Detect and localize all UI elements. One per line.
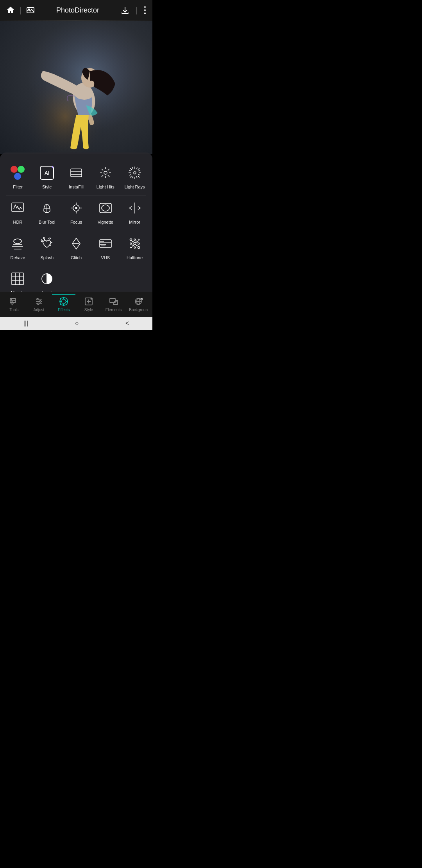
lighthits-label: Light Hits: [97, 185, 114, 190]
effects-row-1: Filter AI ✦ Style InstaFill: [0, 160, 152, 195]
svg-line-26: [130, 168, 132, 170]
svg-point-71: [132, 241, 133, 242]
more-options-button[interactable]: [142, 4, 148, 16]
gallery-button[interactable]: [25, 4, 36, 16]
nav-background-label: Backgroun: [129, 308, 148, 312]
instafill-label: InstaFill: [69, 185, 84, 190]
svg-point-12: [104, 171, 107, 174]
vignette-label: Vignette: [98, 220, 113, 225]
vhs-label: VHS: [101, 255, 110, 260]
lightrays-label: Light Rays: [125, 185, 145, 190]
mirror-icon: [126, 199, 143, 217]
photo-area: [0, 21, 152, 154]
svg-line-31: [136, 167, 137, 169]
effects-row-2: HDR Blur Tool: [0, 195, 152, 230]
effects-panel: Filter AI ✦ Style InstaFill: [0, 152, 152, 305]
splash-label: Splash: [40, 255, 54, 260]
svg-point-83: [11, 299, 12, 300]
recent-apps-button[interactable]: |||: [17, 318, 34, 328]
vhs-icon: [97, 235, 114, 252]
svg-line-34: [138, 170, 140, 171]
svg-rect-9: [71, 169, 82, 177]
filter-label: Filter: [13, 185, 22, 190]
svg-point-72: [136, 241, 138, 242]
svg-point-68: [130, 247, 131, 248]
nav-elements[interactable]: Elements: [101, 294, 126, 314]
effect-vignette[interactable]: Vignette: [91, 195, 120, 230]
nav-background[interactable]: Backgroun: [126, 294, 151, 314]
blurtool-icon: [38, 199, 55, 217]
svg-line-19: [108, 169, 109, 170]
effect-mirror[interactable]: Mirror: [120, 195, 149, 230]
effect-instafill[interactable]: InstaFill: [62, 160, 91, 195]
splash-icon: [38, 235, 55, 252]
svg-point-96: [90, 298, 92, 299]
lighthits-icon: [97, 164, 114, 181]
mirror-label: Mirror: [129, 220, 140, 225]
effect-lightrays[interactable]: Light Rays: [120, 160, 149, 195]
svg-point-84: [11, 302, 13, 304]
effect-splash[interactable]: Splash: [32, 231, 62, 266]
ai-style-icon: AI ✦: [38, 164, 55, 181]
effect-vhs[interactable]: VHS: [91, 231, 120, 266]
svg-point-74: [136, 245, 137, 246]
svg-point-46: [75, 207, 77, 209]
style-label: Style: [42, 185, 52, 190]
glitch-label: Glitch: [71, 255, 82, 260]
svg-point-62: [130, 239, 132, 240]
svg-point-50: [14, 239, 21, 244]
svg-point-90: [38, 303, 39, 305]
nav-adjust[interactable]: Adjust: [27, 294, 52, 314]
hdr-label: HDR: [13, 220, 22, 225]
nav-effects-label: Effects: [58, 308, 70, 312]
blurtool-label: Blur Tool: [39, 220, 55, 225]
effect-lighthits[interactable]: Light Hits: [91, 160, 120, 195]
nav-tools[interactable]: Tools: [2, 294, 27, 314]
instafill-icon: [68, 164, 85, 181]
nav-adjust-label: Adjust: [34, 308, 45, 312]
app-title: PhotoDirector: [36, 6, 119, 14]
svg-point-4: [144, 13, 146, 14]
svg-point-63: [134, 239, 136, 240]
effect-dehaze[interactable]: Dehaze: [3, 231, 32, 266]
svg-line-18: [108, 175, 109, 177]
home-button[interactable]: [5, 4, 16, 16]
back-nav-button[interactable]: <: [119, 318, 135, 328]
home-nav-button[interactable]: ○: [69, 318, 85, 328]
svg-line-35: [138, 175, 140, 176]
svg-rect-38: [12, 203, 23, 212]
glitch-icon: [68, 235, 85, 252]
svg-line-27: [138, 176, 139, 178]
svg-line-32: [129, 170, 131, 171]
effect-filter[interactable]: Filter: [3, 160, 32, 195]
system-nav-bar: ||| ○ <: [0, 317, 152, 330]
bottom-nav: Tools Adjust Effects: [0, 292, 152, 317]
svg-point-54: [49, 244, 51, 246]
svg-line-30: [132, 167, 133, 169]
svg-point-2: [144, 6, 146, 8]
svg-point-69: [134, 247, 136, 248]
nav-style-label: Style: [84, 308, 93, 312]
effect-hdr[interactable]: HDR: [3, 195, 32, 230]
effect-blurtool[interactable]: Blur Tool: [32, 195, 62, 230]
dehaze-label: Dehaze: [10, 255, 25, 260]
svg-rect-75: [12, 273, 23, 285]
filter-icon: [9, 164, 26, 181]
svg-point-70: [138, 246, 139, 248]
effect-halftone[interactable]: Halftone: [120, 231, 149, 266]
effects-row-3: Dehaze Splash: [0, 231, 152, 266]
nav-effects[interactable]: Effects: [51, 294, 76, 314]
svg-point-64: [138, 239, 139, 240]
svg-point-73: [132, 245, 134, 246]
mosaic-icon: [9, 270, 26, 287]
vignette-icon: [97, 199, 114, 217]
effect-glitch[interactable]: Glitch: [62, 231, 91, 266]
effect-style[interactable]: AI ✦ Style: [32, 160, 62, 195]
svg-point-21: [134, 172, 136, 174]
nav-style[interactable]: Style: [76, 294, 101, 314]
effect-focus[interactable]: Focus: [62, 195, 91, 230]
hdr-icon: [9, 199, 26, 217]
svg-point-88: [37, 298, 38, 300]
svg-point-66: [134, 242, 136, 245]
download-button[interactable]: [119, 4, 131, 16]
